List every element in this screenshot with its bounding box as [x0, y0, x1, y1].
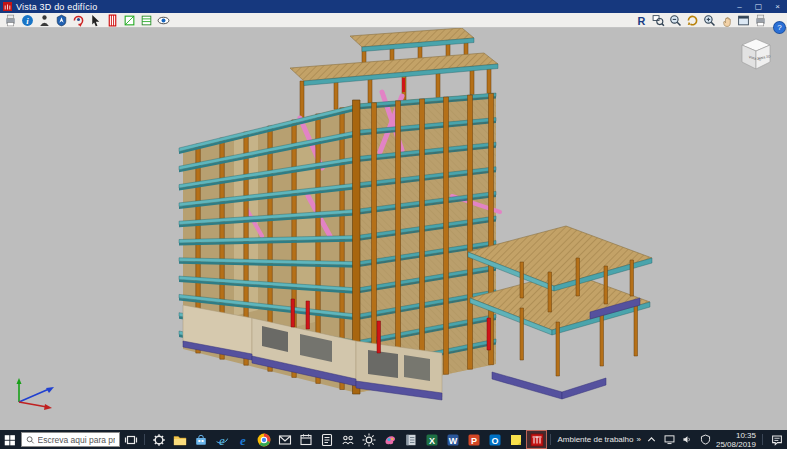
- defender-shield-icon[interactable]: [698, 432, 713, 448]
- building-model[interactable]: [0, 28, 787, 430]
- action-center-icon[interactable]: [769, 432, 784, 448]
- desktop-toolbar-label[interactable]: Ambiente de trabalho: [557, 435, 633, 444]
- clock-time: 10:35: [716, 431, 756, 440]
- z-axis-arrow: [17, 378, 22, 384]
- start-button[interactable]: [0, 430, 21, 449]
- tray-chevron-up-icon[interactable]: [644, 432, 659, 448]
- person-icon[interactable]: [37, 14, 52, 27]
- word-icon[interactable]: W: [442, 430, 463, 449]
- excel-icon[interactable]: X: [421, 430, 442, 449]
- zoom-out-icon[interactable]: [668, 14, 683, 27]
- pan-icon[interactable]: [719, 14, 734, 27]
- system-tray: Ambiente de trabalho » 10:35 25/08/2019: [547, 431, 787, 449]
- svg-text:e: e: [240, 432, 246, 447]
- title-bar: Vista 3D do edifício – ▢ ×: [0, 0, 787, 13]
- svg-text:P: P: [471, 435, 477, 445]
- minimize-button[interactable]: –: [730, 0, 749, 13]
- app-window: Vista 3D do edifício – ▢ × i R Vista 3D …: [0, 0, 787, 449]
- sticky-notes-icon[interactable]: [505, 430, 526, 449]
- print-icon[interactable]: [3, 14, 18, 27]
- taskbar-search[interactable]: [21, 432, 121, 447]
- close-button[interactable]: ×: [768, 0, 787, 13]
- svg-text:X: X: [429, 435, 435, 445]
- x-axis-arrow: [44, 404, 52, 410]
- rotate-view-icon[interactable]: [685, 14, 700, 27]
- paint3d-icon[interactable]: [379, 430, 400, 449]
- clock[interactable]: 10:35 25/08/2019: [716, 431, 756, 449]
- pointer-icon[interactable]: [88, 14, 103, 27]
- weather-icon[interactable]: [358, 430, 379, 449]
- panel-green-icon[interactable]: [122, 14, 137, 27]
- compass-icon[interactable]: [54, 14, 69, 27]
- view-cube[interactable]: Vista 3D Vista 3D: [736, 35, 776, 79]
- app-icon: [3, 2, 12, 11]
- zoom-window-icon[interactable]: [651, 14, 666, 27]
- viewport-3d[interactable]: Vista 3D Vista 3D ?: [0, 28, 787, 430]
- taskbar-apps: eeXWPO: [120, 430, 547, 449]
- toolbar-right-group: R: [633, 14, 769, 27]
- info-icon[interactable]: i: [20, 14, 35, 27]
- cype-icon[interactable]: [526, 430, 547, 449]
- eye-icon[interactable]: [156, 14, 171, 27]
- maximize-button[interactable]: ▢: [749, 0, 768, 13]
- search-icon: [26, 435, 35, 445]
- y-axis-arrow: [46, 387, 54, 393]
- task-view-icon[interactable]: [120, 430, 141, 449]
- svg-text:W: W: [449, 435, 458, 445]
- toolbar-left-group: i: [2, 14, 172, 27]
- svg-text:R: R: [638, 14, 646, 26]
- rotate-user-icon[interactable]: [71, 14, 86, 27]
- speaker-icon[interactable]: [680, 432, 695, 448]
- print-view-icon[interactable]: [753, 14, 768, 27]
- todo-icon[interactable]: [316, 430, 337, 449]
- column-red-icon[interactable]: [105, 14, 120, 27]
- chrome-icon[interactable]: [253, 430, 274, 449]
- mail-icon[interactable]: [274, 430, 295, 449]
- clock-date: 25/08/2019: [716, 440, 756, 449]
- toolbar-overflow-chevron[interactable]: »: [637, 435, 641, 444]
- zoom-in-icon[interactable]: [702, 14, 717, 27]
- settings-icon[interactable]: [148, 430, 169, 449]
- toolbar: i R: [0, 13, 787, 28]
- file-explorer-icon[interactable]: [169, 430, 190, 449]
- taskbar: eeXWPO Ambiente de trabalho » 10:35 25/0…: [0, 430, 787, 449]
- help-icon[interactable]: ?: [774, 22, 785, 33]
- internet-explorer-icon[interactable]: e: [211, 430, 232, 449]
- full-window-icon[interactable]: [736, 14, 751, 27]
- people-icon[interactable]: [337, 430, 358, 449]
- svg-text:O: O: [491, 435, 498, 445]
- outlook-icon[interactable]: O: [484, 430, 505, 449]
- slab-stripes-icon[interactable]: [139, 14, 154, 27]
- store-icon[interactable]: [190, 430, 211, 449]
- edge-icon[interactable]: e: [232, 430, 253, 449]
- display-icon[interactable]: [662, 432, 677, 448]
- window-title: Vista 3D do edifício: [16, 2, 97, 12]
- axis-triad: [7, 374, 63, 416]
- svg-text:e: e: [219, 432, 225, 447]
- powerpoint-icon[interactable]: P: [463, 430, 484, 449]
- calendar-icon[interactable]: [295, 430, 316, 449]
- search-input[interactable]: [38, 435, 116, 445]
- onenote-icon[interactable]: [400, 430, 421, 449]
- redraw-icon[interactable]: R: [634, 14, 649, 27]
